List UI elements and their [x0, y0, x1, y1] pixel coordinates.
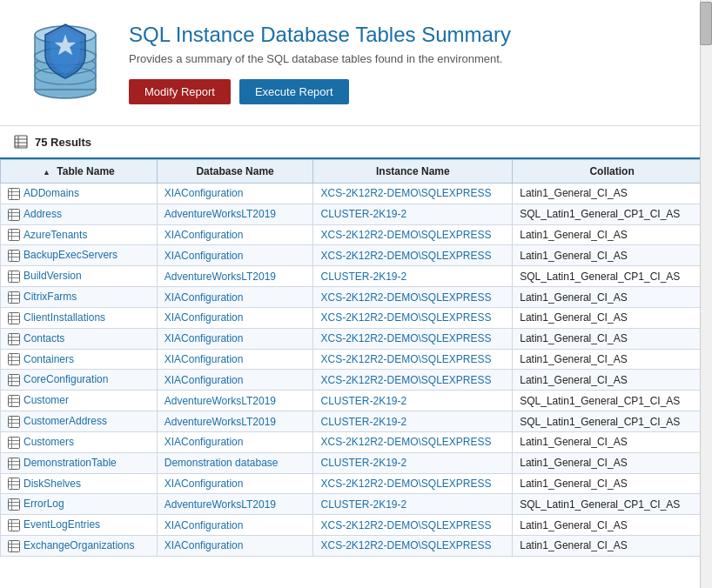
db-name-link[interactable]: AdventureWorksLT2019	[165, 498, 276, 511]
table-name-link[interactable]: ErrorLog	[24, 498, 64, 510]
cell-db-name: AdventureWorksLT2019	[157, 204, 313, 224]
cell-instance: CLUSTER-2K19-2	[313, 204, 513, 224]
cell-db-name: XIAConfiguration	[157, 245, 313, 266]
db-name-link[interactable]: AdventureWorksLT2019	[165, 208, 276, 220]
db-name-link[interactable]: XIAConfiguration	[165, 539, 244, 551]
db-name-link[interactable]: XIAConfiguration	[165, 229, 244, 241]
table-wrapper[interactable]: ▲ Table Name Database Name Instance Name…	[0, 159, 712, 557]
instance-link[interactable]: CLUSTER-2K19-2	[320, 498, 406, 511]
table-name-link[interactable]: EventLogEntries	[24, 518, 100, 531]
db-name-link[interactable]: Demonstration database	[165, 457, 279, 469]
col-header-collation[interactable]: Collation	[513, 160, 712, 184]
cell-collation: SQL_Latin1_General_CP1_CI_AS	[513, 204, 712, 224]
cell-table-name: DiskShelves	[1, 473, 158, 494]
db-name-link[interactable]: XIAConfiguration	[165, 353, 244, 365]
db-name-link[interactable]: AdventureWorksLT2019	[165, 395, 276, 407]
cell-instance: XCS-2K12R2-DEMO\SQLEXPRESS	[313, 328, 513, 349]
table-row: CitrixFarmsXIAConfigurationXCS-2K12R2-DE…	[1, 287, 712, 308]
db-name-link[interactable]: XIAConfiguration	[165, 311, 244, 324]
cell-table-name: ErrorLog	[1, 494, 158, 515]
table-row: BackupExecServersXIAConfigurationXCS-2K1…	[1, 245, 712, 266]
svg-rect-70	[9, 478, 20, 490]
cell-table-name: Customer	[1, 391, 158, 411]
cell-instance: XCS-2K12R2-DEMO\SQLEXPRESS	[313, 515, 513, 536]
scrollbar-thumb[interactable]	[700, 2, 712, 45]
table-row-icon	[8, 395, 20, 407]
scrollbar-track[interactable]	[700, 0, 712, 588]
svg-rect-50	[9, 375, 20, 386]
table-name-link[interactable]: CoreConfiguration	[24, 373, 108, 385]
instance-link[interactable]: XCS-2K12R2-DEMO\SQLEXPRESS	[320, 519, 491, 531]
cell-collation: SQL_Latin1_General_CP1_CI_AS	[513, 391, 712, 411]
table-name-link[interactable]: Containers	[24, 353, 74, 365]
instance-link[interactable]: CLUSTER-2K19-2	[320, 416, 406, 428]
cell-collation: Latin1_General_CI_AS	[513, 515, 712, 536]
cell-db-name: XIAConfiguration	[157, 328, 313, 349]
table-row: AddressAdventureWorksLT2019CLUSTER-2K19-…	[1, 204, 712, 224]
col-header-instance[interactable]: Instance Name	[313, 160, 513, 184]
logo-container	[17, 16, 113, 111]
table-name-link[interactable]: Customers	[24, 436, 74, 448]
table-body: ADDomainsXIAConfigurationXCS-2K12R2-DEMO…	[1, 184, 712, 557]
db-name-link[interactable]: XIAConfiguration	[165, 250, 244, 262]
table-name-link[interactable]: CitrixFarms	[24, 291, 77, 303]
instance-link[interactable]: XCS-2K12R2-DEMO\SQLEXPRESS	[320, 229, 491, 241]
instance-link[interactable]: XCS-2K12R2-DEMO\SQLEXPRESS	[320, 436, 491, 448]
db-name-link[interactable]: XIAConfiguration	[165, 478, 244, 490]
results-count: 75 Results	[35, 136, 91, 149]
table-name-link[interactable]: CustomerAddress	[24, 415, 107, 427]
db-name-link[interactable]: XIAConfiguration	[165, 436, 244, 448]
modify-report-button[interactable]: Modify Report	[129, 79, 231, 104]
db-name-link[interactable]: AdventureWorksLT2019	[165, 416, 276, 428]
instance-link[interactable]: CLUSTER-2K19-2	[320, 457, 406, 469]
results-bar: 75 Results	[0, 126, 712, 159]
svg-rect-30	[9, 271, 20, 283]
cell-db-name: XIAConfiguration	[157, 307, 313, 328]
db-name-link[interactable]: XIAConfiguration	[165, 374, 244, 386]
table-row: CoreConfigurationXIAConfigurationXCS-2K1…	[1, 370, 712, 391]
instance-link[interactable]: XCS-2K12R2-DEMO\SQLEXPRESS	[320, 311, 491, 324]
table-name-link[interactable]: BackupExecServers	[24, 249, 118, 261]
db-name-link[interactable]: XIAConfiguration	[165, 519, 244, 531]
header-section: SQL Instance Database Tables Summary Pro…	[0, 0, 712, 126]
svg-rect-22	[9, 230, 20, 241]
instance-link[interactable]: XCS-2K12R2-DEMO\SQLEXPRESS	[320, 332, 491, 344]
table-name-link[interactable]: Address	[24, 208, 62, 220]
svg-rect-78	[9, 520, 20, 531]
svg-rect-82	[9, 540, 20, 551]
page-container: SQL Instance Database Tables Summary Pro…	[0, 0, 712, 557]
db-name-link[interactable]: XIAConfiguration	[165, 332, 244, 344]
table-row-icon	[8, 498, 20, 511]
instance-link[interactable]: XCS-2K12R2-DEMO\SQLEXPRESS	[320, 187, 491, 199]
instance-link[interactable]: XCS-2K12R2-DEMO\SQLEXPRESS	[320, 353, 491, 365]
table-name-link[interactable]: BuildVersion	[24, 270, 82, 282]
table-name-link[interactable]: ADDomains	[24, 187, 79, 199]
table-name-link[interactable]: AzureTenants	[24, 229, 87, 241]
execute-report-button[interactable]: Execute Report	[239, 79, 349, 104]
cell-collation: Latin1_General_CI_AS	[513, 328, 712, 349]
instance-link[interactable]: CLUSTER-2K19-2	[320, 271, 406, 283]
table-name-link[interactable]: ExchangeOrganizations	[24, 539, 134, 551]
table-row: ClientInstallationsXIAConfigurationXCS-2…	[1, 307, 712, 328]
col-header-db-name[interactable]: Database Name	[157, 160, 313, 184]
table-name-link[interactable]: DemonstrationTable	[24, 457, 117, 469]
instance-link[interactable]: XCS-2K12R2-DEMO\SQLEXPRESS	[320, 478, 491, 490]
db-name-link[interactable]: XIAConfiguration	[165, 187, 244, 199]
instance-link[interactable]: CLUSTER-2K19-2	[320, 208, 406, 220]
db-name-link[interactable]: AdventureWorksLT2019	[165, 271, 276, 283]
cell-db-name: XIAConfiguration	[157, 431, 313, 452]
table-name-link[interactable]: ClientInstallations	[24, 311, 105, 324]
instance-link[interactable]: CLUSTER-2K19-2	[320, 395, 406, 407]
table-row-icon	[8, 209, 20, 221]
cell-db-name: AdventureWorksLT2019	[157, 494, 313, 515]
instance-link[interactable]: XCS-2K12R2-DEMO\SQLEXPRESS	[320, 291, 491, 304]
instance-link[interactable]: XCS-2K12R2-DEMO\SQLEXPRESS	[320, 374, 491, 386]
header-text: SQL Instance Database Tables Summary Pro…	[129, 16, 695, 104]
table-name-link[interactable]: Contacts	[24, 332, 64, 344]
db-name-link[interactable]: XIAConfiguration	[165, 291, 244, 304]
instance-link[interactable]: XCS-2K12R2-DEMO\SQLEXPRESS	[320, 250, 491, 262]
instance-link[interactable]: XCS-2K12R2-DEMO\SQLEXPRESS	[320, 539, 491, 551]
table-name-link[interactable]: Customer	[24, 394, 69, 406]
table-name-link[interactable]: DiskShelves	[24, 478, 81, 490]
col-header-table-name[interactable]: ▲ Table Name	[1, 160, 158, 184]
